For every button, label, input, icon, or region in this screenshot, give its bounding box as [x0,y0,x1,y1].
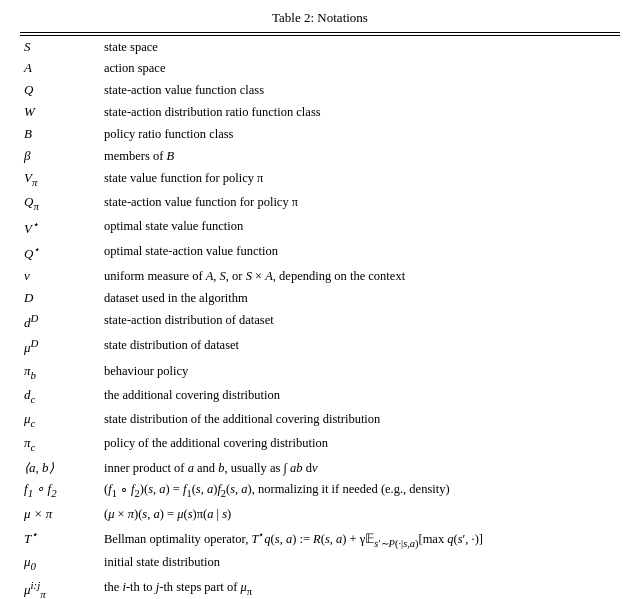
symbol-cell: A [20,58,100,80]
description-cell: behaviour policy [100,360,620,384]
symbol-cell: ν [20,266,100,288]
symbol-cell: ⟨a, b⟩ [20,457,100,479]
description-cell: the additional covering distribution [100,384,620,408]
symbol-cell: dc [20,384,100,408]
description-cell: dataset used in the algorithm [100,288,620,310]
description-cell: state-action value function class [100,80,620,102]
symbol-cell: W [20,102,100,124]
description-cell: policy of the additional covering distri… [100,433,620,457]
table-row: T⋆Bellman optimality operator, T⋆q(s, a)… [20,525,620,552]
symbol-cell: Q [20,80,100,102]
table-row: Q⋆optimal state-action value function [20,241,620,266]
description-cell: state-action distribution ratio function… [100,102,620,124]
table-title: Table 2: Notations [20,10,620,26]
description-cell: state space [100,36,620,58]
table-row: μ0initial state distribution [20,552,620,576]
symbol-cell: πc [20,433,100,457]
table-row: Qstate-action value function class [20,80,620,102]
symbol-cell: μc [20,409,100,433]
symbol-cell: dD [20,310,100,335]
symbol-cell: μD [20,335,100,360]
notations-table: Sstate spaceAaction spaceQstate-action v… [20,32,620,599]
description-cell: (f1 ∘ f2)(s, a) = f1(s, a)f2(s, a), norm… [100,479,620,503]
symbol-cell: f1 ∘ f2 [20,479,100,503]
table-row: μcstate distribution of the additional c… [20,409,620,433]
description-cell: optimal state value function [100,216,620,241]
table-row: Qπstate-action value function for policy… [20,191,620,215]
symbol-cell: μ0 [20,552,100,576]
table-row: Wstate-action distribution ratio functio… [20,102,620,124]
symbol-cell: Qπ [20,191,100,215]
table-row: νuniform measure of A, S, or S × A, depe… [20,266,620,288]
description-cell: optimal state-action value function [100,241,620,266]
description-cell: the i-th to j-th steps part of μπ [100,576,620,599]
table-row: μ × π(μ × π)(s, a) = μ(s)π(a | s) [20,503,620,525]
symbol-cell: B [20,123,100,145]
table-row: dcthe additional covering distribution [20,384,620,408]
description-cell: state distribution of the additional cov… [100,409,620,433]
table-row: dDstate-action distribution of dataset [20,310,620,335]
symbol-cell: πb [20,360,100,384]
description-cell: uniform measure of A, S, or S × A, depen… [100,266,620,288]
table-row: f1 ∘ f2(f1 ∘ f2)(s, a) = f1(s, a)f2(s, a… [20,479,620,503]
description-cell: inner product of a and b, usually as ∫ a… [100,457,620,479]
symbol-cell: Q⋆ [20,241,100,266]
description-cell: state-action distribution of dataset [100,310,620,335]
table-row: V⋆optimal state value function [20,216,620,241]
table-row: βmembers of B [20,145,620,167]
table-row: πcpolicy of the additional covering dist… [20,433,620,457]
symbol-cell: V⋆ [20,216,100,241]
description-cell: policy ratio function class [100,123,620,145]
symbol-cell: T⋆ [20,525,100,552]
symbol-cell: S [20,36,100,58]
description-cell: Bellman optimality operator, T⋆q(s, a) :… [100,525,620,552]
symbol-cell: β [20,145,100,167]
table-row: Aaction space [20,58,620,80]
symbol-cell: D [20,288,100,310]
table-row: πbbehaviour policy [20,360,620,384]
table-row: Ddataset used in the algorithm [20,288,620,310]
description-cell: initial state distribution [100,552,620,576]
table-row: μDstate distribution of dataset [20,335,620,360]
symbol-cell: μ × π [20,503,100,525]
description-cell: state-action value function for policy π [100,191,620,215]
table-row: μi:jπthe i-th to j-th steps part of μπ [20,576,620,599]
description-cell: state value function for policy π [100,167,620,191]
description-cell: (μ × π)(s, a) = μ(s)π(a | s) [100,503,620,525]
table-row: Vπstate value function for policy π [20,167,620,191]
table-row: Sstate space [20,36,620,58]
symbol-cell: μi:jπ [20,576,100,599]
table-row: Bpolicy ratio function class [20,123,620,145]
description-cell: action space [100,58,620,80]
description-cell: members of B [100,145,620,167]
symbol-cell: Vπ [20,167,100,191]
description-cell: state distribution of dataset [100,335,620,360]
table-row: ⟨a, b⟩inner product of a and b, usually … [20,457,620,479]
